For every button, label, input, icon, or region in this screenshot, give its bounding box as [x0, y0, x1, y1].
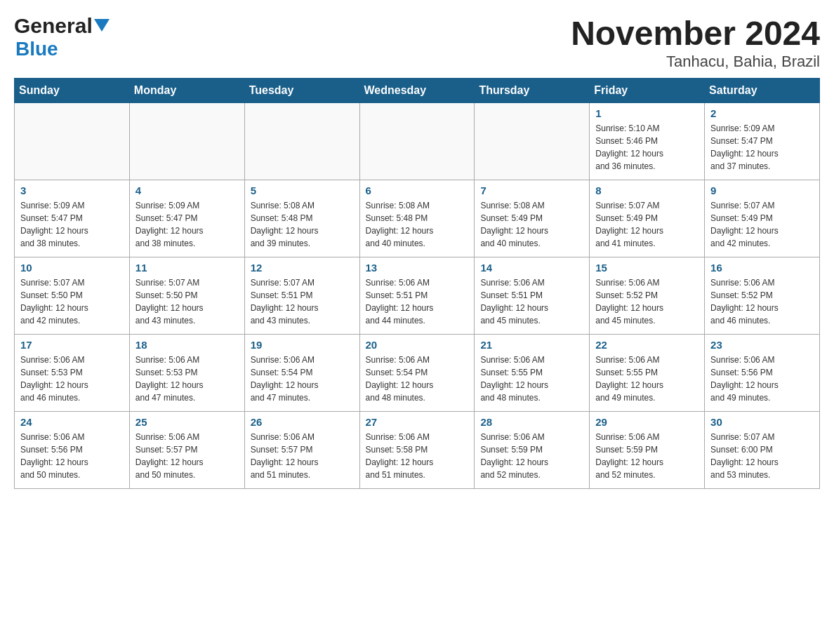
day-number-12: 12	[251, 262, 354, 274]
calendar-cell-2-2: 12Sunrise: 5:07 AM Sunset: 5:51 PM Dayli…	[244, 257, 359, 335]
calendar-cell-3-1: 18Sunrise: 5:06 AM Sunset: 5:53 PM Dayli…	[129, 335, 244, 412]
day-info-13: Sunrise: 5:06 AM Sunset: 5:51 PM Dayligh…	[366, 276, 469, 327]
day-number-23: 23	[710, 339, 814, 351]
day-number-3: 3	[20, 185, 124, 196]
calendar-cell-4-1: 25Sunrise: 5:06 AM Sunset: 5:57 PM Dayli…	[129, 412, 244, 489]
day-number-10: 10	[20, 262, 124, 274]
day-number-26: 26	[251, 416, 354, 428]
day-info-24: Sunrise: 5:06 AM Sunset: 5:56 PM Dayligh…	[20, 431, 124, 481]
calendar-cell-3-2: 19Sunrise: 5:06 AM Sunset: 5:54 PM Dayli…	[244, 335, 359, 412]
day-number-25: 25	[135, 416, 239, 428]
day-info-20: Sunrise: 5:06 AM Sunset: 5:54 PM Dayligh…	[366, 354, 469, 404]
calendar-cell-2-6: 16Sunrise: 5:06 AM Sunset: 5:52 PM Dayli…	[705, 257, 820, 335]
day-number-4: 4	[135, 185, 239, 196]
day-info-28: Sunrise: 5:06 AM Sunset: 5:59 PM Dayligh…	[480, 431, 583, 481]
calendar-table: Sunday Monday Tuesday Wednesday Thursday…	[14, 78, 820, 489]
day-info-8: Sunrise: 5:07 AM Sunset: 5:49 PM Dayligh…	[595, 199, 699, 250]
calendar-cell-1-1: 4Sunrise: 5:09 AM Sunset: 5:47 PM Daylig…	[129, 180, 244, 257]
day-number-2: 2	[710, 107, 814, 119]
day-info-25: Sunrise: 5:06 AM Sunset: 5:57 PM Dayligh…	[135, 431, 239, 481]
day-number-16: 16	[710, 262, 814, 274]
calendar-cell-3-3: 20Sunrise: 5:06 AM Sunset: 5:54 PM Dayli…	[359, 335, 475, 412]
calendar-cell-1-0: 3Sunrise: 5:09 AM Sunset: 5:47 PM Daylig…	[15, 180, 130, 257]
calendar-cell-2-4: 14Sunrise: 5:06 AM Sunset: 5:51 PM Dayli…	[475, 257, 590, 335]
day-info-10: Sunrise: 5:07 AM Sunset: 5:50 PM Dayligh…	[20, 276, 124, 327]
calendar-cell-0-3	[359, 103, 475, 180]
day-number-7: 7	[480, 185, 583, 196]
day-number-8: 8	[595, 185, 699, 196]
calendar-cell-0-1	[129, 103, 244, 180]
day-number-11: 11	[135, 262, 239, 274]
calendar-cell-0-0	[15, 103, 130, 180]
calendar-cell-1-4: 7Sunrise: 5:08 AM Sunset: 5:49 PM Daylig…	[475, 180, 590, 257]
calendar-header-row: Sunday Monday Tuesday Wednesday Thursday…	[15, 79, 820, 103]
header-sunday: Sunday	[15, 79, 130, 103]
logo-blue-text: Blue	[15, 38, 58, 60]
day-info-18: Sunrise: 5:06 AM Sunset: 5:53 PM Dayligh…	[135, 354, 239, 404]
calendar-cell-1-6: 9Sunrise: 5:07 AM Sunset: 5:49 PM Daylig…	[705, 180, 820, 257]
month-year: November 2024	[571, 14, 820, 53]
header-wednesday: Wednesday	[359, 79, 475, 103]
header: General Blue November 2024 Tanhacu, Bahi…	[14, 14, 820, 71]
location: Tanhacu, Bahia, Brazil	[571, 53, 820, 71]
calendar-cell-0-4	[475, 103, 590, 180]
day-number-17: 17	[20, 339, 124, 351]
calendar-cell-0-6: 2Sunrise: 5:09 AM Sunset: 5:47 PM Daylig…	[705, 103, 820, 180]
calendar-cell-4-2: 26Sunrise: 5:06 AM Sunset: 5:57 PM Dayli…	[244, 412, 359, 489]
day-info-5: Sunrise: 5:08 AM Sunset: 5:48 PM Dayligh…	[251, 199, 354, 250]
day-info-11: Sunrise: 5:07 AM Sunset: 5:50 PM Dayligh…	[135, 276, 239, 327]
day-info-17: Sunrise: 5:06 AM Sunset: 5:53 PM Dayligh…	[20, 354, 124, 404]
day-info-21: Sunrise: 5:06 AM Sunset: 5:55 PM Dayligh…	[480, 354, 583, 404]
header-friday: Friday	[590, 79, 705, 103]
calendar-cell-3-5: 22Sunrise: 5:06 AM Sunset: 5:55 PM Dayli…	[590, 335, 705, 412]
calendar-cell-3-6: 23Sunrise: 5:06 AM Sunset: 5:56 PM Dayli…	[705, 335, 820, 412]
day-info-26: Sunrise: 5:06 AM Sunset: 5:57 PM Dayligh…	[251, 431, 354, 481]
day-number-27: 27	[366, 416, 469, 428]
logo-general-text: General	[14, 14, 93, 38]
day-info-6: Sunrise: 5:08 AM Sunset: 5:48 PM Dayligh…	[366, 199, 469, 250]
calendar-cell-3-0: 17Sunrise: 5:06 AM Sunset: 5:53 PM Dayli…	[15, 335, 130, 412]
calendar-cell-4-5: 29Sunrise: 5:06 AM Sunset: 5:59 PM Dayli…	[590, 412, 705, 489]
calendar-cell-4-3: 27Sunrise: 5:06 AM Sunset: 5:58 PM Dayli…	[359, 412, 475, 489]
day-number-6: 6	[366, 185, 469, 196]
day-info-22: Sunrise: 5:06 AM Sunset: 5:55 PM Dayligh…	[595, 354, 699, 404]
day-info-2: Sunrise: 5:09 AM Sunset: 5:47 PM Dayligh…	[710, 122, 814, 173]
calendar-cell-4-6: 30Sunrise: 5:07 AM Sunset: 6:00 PM Dayli…	[705, 412, 820, 489]
day-number-30: 30	[710, 416, 814, 428]
day-number-29: 29	[595, 416, 699, 428]
day-number-22: 22	[595, 339, 699, 351]
logo: General Blue	[14, 14, 110, 60]
day-info-29: Sunrise: 5:06 AM Sunset: 5:59 PM Dayligh…	[595, 431, 699, 481]
day-info-3: Sunrise: 5:09 AM Sunset: 5:47 PM Dayligh…	[20, 199, 124, 250]
calendar-row-3: 17Sunrise: 5:06 AM Sunset: 5:53 PM Dayli…	[15, 335, 820, 412]
header-tuesday: Tuesday	[244, 79, 359, 103]
day-info-9: Sunrise: 5:07 AM Sunset: 5:49 PM Dayligh…	[710, 199, 814, 250]
header-thursday: Thursday	[475, 79, 590, 103]
day-info-19: Sunrise: 5:06 AM Sunset: 5:54 PM Dayligh…	[251, 354, 354, 404]
calendar-cell-2-3: 13Sunrise: 5:06 AM Sunset: 5:51 PM Dayli…	[359, 257, 475, 335]
calendar-cell-1-2: 5Sunrise: 5:08 AM Sunset: 5:48 PM Daylig…	[244, 180, 359, 257]
calendar-cell-1-3: 6Sunrise: 5:08 AM Sunset: 5:48 PM Daylig…	[359, 180, 475, 257]
day-number-5: 5	[251, 185, 354, 196]
day-number-15: 15	[595, 262, 699, 274]
day-info-23: Sunrise: 5:06 AM Sunset: 5:56 PM Dayligh…	[710, 354, 814, 404]
day-info-4: Sunrise: 5:09 AM Sunset: 5:47 PM Dayligh…	[135, 199, 239, 250]
day-number-13: 13	[366, 262, 469, 274]
day-info-7: Sunrise: 5:08 AM Sunset: 5:49 PM Dayligh…	[480, 199, 583, 250]
calendar-cell-0-5: 1Sunrise: 5:10 AM Sunset: 5:46 PM Daylig…	[590, 103, 705, 180]
calendar-row-1: 3Sunrise: 5:09 AM Sunset: 5:47 PM Daylig…	[15, 180, 820, 257]
calendar-cell-0-2	[244, 103, 359, 180]
header-saturday: Saturday	[705, 79, 820, 103]
calendar-cell-2-5: 15Sunrise: 5:06 AM Sunset: 5:52 PM Dayli…	[590, 257, 705, 335]
day-number-14: 14	[480, 262, 583, 274]
day-info-16: Sunrise: 5:06 AM Sunset: 5:52 PM Dayligh…	[710, 276, 814, 327]
title-area: November 2024 Tanhacu, Bahia, Brazil	[571, 14, 820, 71]
day-number-28: 28	[480, 416, 583, 428]
day-number-24: 24	[20, 416, 124, 428]
day-info-27: Sunrise: 5:06 AM Sunset: 5:58 PM Dayligh…	[366, 431, 469, 481]
day-number-19: 19	[251, 339, 354, 351]
day-info-15: Sunrise: 5:06 AM Sunset: 5:52 PM Dayligh…	[595, 276, 699, 327]
day-info-12: Sunrise: 5:07 AM Sunset: 5:51 PM Dayligh…	[251, 276, 354, 327]
calendar-cell-2-1: 11Sunrise: 5:07 AM Sunset: 5:50 PM Dayli…	[129, 257, 244, 335]
calendar-cell-3-4: 21Sunrise: 5:06 AM Sunset: 5:55 PM Dayli…	[475, 335, 590, 412]
